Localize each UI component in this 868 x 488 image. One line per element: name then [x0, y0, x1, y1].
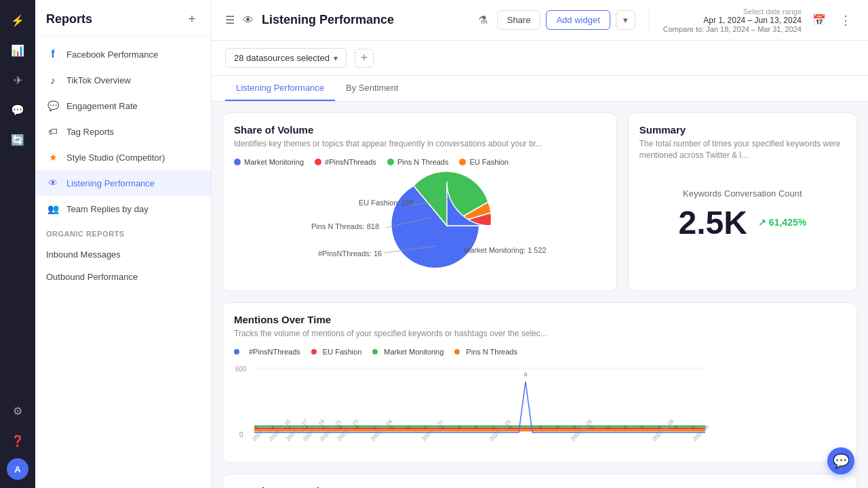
svg-text:0: 0 — [556, 424, 559, 430]
y-label-600: 600 — [235, 365, 247, 373]
summary-stat-value-row: 2.5K ↗ 61,425% — [639, 204, 846, 241]
sidebar-item-label-inbound: Inbound Messages — [46, 249, 121, 260]
sidebar-item-label-listening: Listening Performance — [66, 178, 155, 188]
divider — [649, 10, 650, 30]
calendar-icon[interactable]: 📅 — [810, 11, 829, 29]
icon-bar-listening[interactable]: 🔄 — [5, 127, 30, 152]
legend-dot-eu — [459, 159, 466, 165]
sidebar-item-listening[interactable]: 👁 Listening Performance — [35, 170, 211, 196]
pie-label-market: Market Monitoring: 1 522 — [464, 246, 547, 254]
datasource-label: 28 datasources selected — [234, 53, 330, 63]
share-of-volume-title: Share of Volume — [234, 124, 606, 136]
facebook-icon: f — [46, 47, 60, 61]
legend-label-pins: Pins N Threads — [397, 158, 449, 166]
svg-text:0: 0 — [641, 424, 644, 430]
chat-bubble-button[interactable]: 💬 — [827, 447, 854, 474]
sub-header: 28 datasources selected ▾ + — [212, 41, 868, 76]
sidebar-header: Reports + — [35, 0, 211, 36]
content-area: Share of Volume Identifies key themes or… — [212, 102, 868, 488]
summary-desc: The total number of times your specified… — [639, 138, 846, 161]
mentions-dot-market — [372, 349, 378, 354]
tab-sentiment[interactable]: By Sentiment — [335, 76, 409, 101]
compare-label: Compare to: Jan 18, 2024 – Mar 31, 2024 — [663, 25, 802, 33]
add-widget-button[interactable]: Add widget — [546, 10, 610, 30]
chevron-button[interactable]: ▾ — [616, 10, 635, 30]
sidebar-item-label-tag: Tag Reports — [66, 127, 114, 137]
svg-text:0: 0 — [424, 424, 427, 430]
style-icon: ★ — [46, 150, 60, 164]
svg-text:1: 1 — [373, 424, 376, 430]
legend-label-pinsn: #PinsNThreads — [325, 158, 376, 166]
legend-dot-pins — [387, 159, 394, 165]
sov-legend: Market Monitoring #PinsNThreads Pins N T… — [234, 158, 606, 166]
legend-pins: Pins N Threads — [387, 158, 449, 166]
sidebar-item-team[interactable]: 👥 Team Replies by day — [35, 196, 211, 222]
mentions-legend-market: Market Monitoring — [372, 348, 443, 356]
mentions-legend: #PinsNThreads EU Fashion Market Monitori… — [234, 348, 846, 356]
header-title: Listening Performance — [262, 13, 466, 27]
icon-bar-logo[interactable]: ⚡ — [5, 8, 30, 33]
sidebar-item-outbound[interactable]: Outbound Performance — [35, 266, 211, 288]
add-datasource-button[interactable]: + — [355, 49, 374, 68]
share-of-volume-desc: Identifies key themes or topics that app… — [234, 138, 606, 150]
mentions-title: Mentions Over Time — [234, 314, 846, 325]
sidebar-item-tiktok[interactable]: ♪ TikTok Overview — [35, 67, 211, 93]
mentions-dot-pinsn — [234, 349, 239, 354]
sidebar-item-facebook[interactable]: f Facebook Performance — [35, 41, 211, 67]
mentions-legend-pins: Pins N Threads — [454, 348, 517, 356]
sidebar-add-button[interactable]: + — [184, 11, 200, 27]
sidebar-title: Reports — [46, 12, 92, 26]
organic-section-label: ORGANIC REPORTS — [46, 230, 200, 238]
sidebar: Reports + f Facebook Performance ♪ TikTo… — [35, 0, 212, 488]
svg-text:1: 1 — [492, 424, 495, 430]
sidebar-nav: f Facebook Performance ♪ TikTok Overview… — [35, 36, 211, 488]
icon-bar-dashboard[interactable]: 📊 — [5, 38, 30, 62]
datasource-chevron-icon: ▾ — [334, 54, 338, 63]
mentions-dot-pins — [454, 349, 460, 354]
row-1: Share of Volume Identifies key themes or… — [222, 113, 857, 291]
tab-listening[interactable]: Listening Performance — [225, 76, 335, 101]
summary-title: Summary — [639, 124, 846, 136]
summary-stat-label: Keywords Conversation Count — [639, 188, 846, 199]
tag-icon: 🏷 — [46, 125, 60, 138]
share-button[interactable]: Share — [497, 10, 541, 30]
sidebar-item-tag[interactable]: 🏷 Tag Reports — [35, 119, 211, 144]
avatar[interactable]: A — [7, 458, 28, 480]
more-icon[interactable]: ⋮ — [837, 10, 854, 30]
svg-text:1: 1 — [254, 424, 258, 430]
engagement-icon: 💬 — [46, 99, 60, 113]
sidebar-item-style[interactable]: ★ Style Studio (Competitor) — [35, 144, 211, 170]
mentions-chart-wrapper: 600 0 — [234, 361, 846, 451]
icon-bar-help[interactable]: ❓ — [5, 428, 30, 453]
mentions-dot-eu — [311, 349, 317, 354]
svg-text:0: 0 — [407, 424, 410, 430]
date-section: Select date range Apr 1, 2024 – Jun 13, … — [663, 7, 802, 33]
date-range: Apr 1, 2024 – Jun 13, 2024 — [703, 16, 802, 25]
svg-text:0: 0 — [539, 424, 542, 430]
svg-text:0: 0 — [573, 424, 576, 430]
svg-text:0: 0 — [475, 424, 478, 430]
icon-bar-settings[interactable]: ⚙ — [5, 399, 30, 423]
pie-label-pins: Pins N Threads: 818 — [311, 222, 379, 230]
menu-icon[interactable]: ☰ — [225, 14, 235, 26]
main-header: ☰ 👁 Listening Performance ⚗ Share Add wi… — [212, 0, 868, 41]
legend-dot-pinsn — [315, 159, 321, 165]
summary-growth: ↗ 61,425% — [758, 217, 806, 228]
sidebar-item-engagement[interactable]: 💬 Engagement Rate — [35, 93, 211, 119]
legend-dot-market — [234, 159, 241, 165]
sidebar-item-label-outbound: Outbound Performance — [46, 272, 138, 282]
icon-bar-send[interactable]: ✈ — [5, 68, 30, 92]
datasource-select[interactable]: 28 datasources selected ▾ — [225, 48, 347, 68]
row-2: Mentions Over Time Tracks the volume of … — [222, 302, 857, 463]
mentions-chart-svg: 600 0 — [234, 361, 709, 449]
y-label-0: 0 — [239, 431, 243, 439]
svg-text:0: 0 — [624, 424, 627, 430]
mentions-label-market: Market Monitoring — [384, 348, 443, 356]
icon-bar-chat[interactable]: 💬 — [5, 98, 30, 122]
sidebar-item-label-team: Team Replies by day — [66, 204, 149, 214]
stats-title: Stats by Keyword — [234, 485, 846, 488]
pie-label-pinsn: #PinsNThreads: 16 — [318, 249, 382, 258]
filter-icon[interactable]: ⚗ — [474, 9, 492, 30]
sidebar-item-inbound[interactable]: Inbound Messages — [35, 243, 211, 266]
share-of-volume-card: Share of Volume Identifies key themes or… — [222, 113, 617, 291]
